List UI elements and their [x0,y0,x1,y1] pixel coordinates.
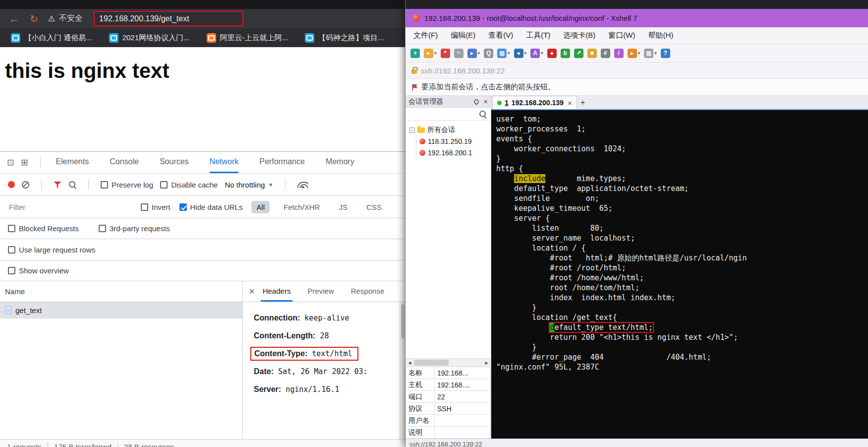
menu-tabs[interactable]: 选项卡(B) [563,31,595,40]
tab-memory[interactable]: Memory [326,152,354,173]
checkbox-unchecked[interactable] [160,181,168,189]
filter-funnel-icon[interactable] [54,182,61,188]
bookmark-item[interactable]: 【码神之路】项目... [305,33,384,43]
request-row-get_text[interactable]: get_text [0,302,242,319]
tab-console[interactable]: Console [110,152,139,173]
transfer-icon[interactable]: ▸▾ [628,49,640,58]
filter-chip-all[interactable]: All [251,201,270,213]
filter-chip-fetch-xhr[interactable]: Fetch/XHR [279,201,325,213]
web-icon[interactable]: ●▾ [514,49,527,58]
filter-chip-css[interactable]: CSS [361,201,387,213]
menu-help[interactable]: 帮助(H) [648,31,673,40]
tab-elements[interactable]: Elements [56,152,89,173]
device-toolbar-icon[interactable]: ⊞ [21,157,28,168]
menu-window[interactable]: 窗口(W) [608,31,635,40]
tab-performance[interactable]: Performance [259,152,305,173]
find-icon[interactable]: Q [484,49,493,58]
tab-response[interactable]: Response [349,281,387,302]
menu-view[interactable]: 查看(V) [488,31,513,40]
inspect-element-icon[interactable]: ⊡ [7,157,14,168]
checkbox-checked[interactable] [179,203,187,211]
collapse-icon[interactable]: − [409,128,415,133]
bookmark-item[interactable]: 【小白入门 通俗易... [11,33,92,43]
terminal-tab[interactable]: 1 192.168.200.139 × [492,96,577,109]
new-session-icon: + [410,49,420,58]
horizontal-scrollbar[interactable]: ◀ ▶ [405,358,491,367]
xshell-addressbar[interactable]: ssh://192.168.200.139:22 [405,63,868,79]
bookmark-item[interactable]: 2021网络协议入门... [109,33,190,43]
back-button[interactable]: ← [9,13,20,24]
checkbox-unchecked[interactable] [101,181,108,189]
help-icon[interactable]: ? [661,49,670,58]
color-scheme-icon: ● [547,49,557,58]
statusbar-text: ssh://192.168.200.139:22 [409,441,482,447]
warning-icon: ⚠ [48,14,55,23]
fullscreen-icon[interactable]: ↗ [574,49,583,58]
open-folder-icon[interactable]: ▸▾ [424,49,437,58]
reload-button[interactable]: ↻ [30,14,38,24]
search-icon[interactable] [68,181,76,189]
filter-input[interactable] [8,202,132,212]
disconnect-icon[interactable]: * [441,49,450,58]
tile-icon[interactable]: ▦▾ [644,49,657,58]
duplicate-session-icon[interactable]: ▸▾ [467,49,480,58]
throttling-select[interactable]: No throttling ▼ [225,181,273,189]
bookmark-item[interactable]: 阿里云-上云就上阿... [207,33,289,43]
tab-preview[interactable]: Preview [305,281,336,302]
record-button[interactable] [8,181,15,188]
scrollbar-thumb[interactable] [401,304,405,339]
tab-headers[interactable]: Headers [261,281,293,302]
menu-file[interactable]: 文件(F) [413,31,438,40]
tab-network[interactable]: Network [210,152,239,173]
session-item-2[interactable]: 192.168.200.1 [416,147,491,158]
close-tab-button[interactable]: × [568,99,572,107]
checkbox-unchecked[interactable] [8,246,15,254]
session-search-box[interactable] [405,108,491,121]
preserve-log-checkbox[interactable]: Preserve log [101,181,153,189]
pin-icon[interactable] [473,98,480,105]
menu-edit[interactable]: 编辑(E) [451,31,475,40]
encoding-icon[interactable]: b [561,49,570,58]
keypad-icon[interactable]: # [601,49,610,58]
terminal[interactable]: user tom;worker_processes 1;events { wor… [491,110,868,439]
new-tab-button[interactable]: + [577,96,589,109]
compose-icon[interactable]: / [614,49,624,58]
scrollbar[interactable] [400,302,405,439]
security-badge[interactable]: ⚠ 不安全 [48,13,83,24]
lock-icon[interactable]: ■ [587,49,597,58]
request-list-header[interactable]: Name [0,281,242,302]
scroll-right-button[interactable]: ▶ [482,361,491,365]
hide-data-urls-checkbox[interactable]: Hide data URLs [179,203,243,211]
close-panel-button[interactable]: × [483,97,488,106]
menu-tools[interactable]: 工具(T) [526,31,550,40]
third-party-checkbox[interactable]: 3rd-party requests [99,224,170,233]
address-bar[interactable]: 192.168.200.139/get_text [94,11,243,26]
close-detail-button[interactable]: × [243,286,261,297]
url-text: 192.168.200.139/get_text [99,14,189,23]
tab-sources[interactable]: Sources [160,152,189,173]
tree-node-all-sessions[interactable]: − 所有会话 [409,126,491,134]
disable-cache-checkbox[interactable]: Disable cache [160,181,218,189]
invert-checkbox[interactable]: Invert [141,203,171,211]
checkbox-unchecked[interactable] [8,267,15,274]
font-icon[interactable]: A▾ [530,49,543,58]
clear-button[interactable] [22,181,29,189]
large-rows-checkbox[interactable]: Use large request rows [8,246,95,254]
layout-icon[interactable]: ▦▾ [497,49,510,58]
show-overview-checkbox[interactable]: Show overview [8,266,69,275]
request-detail-pane: × Headers Preview Response Connection: k… [243,281,405,439]
scrollbar-thumb[interactable] [414,360,449,366]
checkbox-unchecked[interactable] [8,225,15,232]
filter-chip-js[interactable]: JS [334,201,352,213]
open-folder-icon: ▸ [424,49,433,58]
new-session-icon[interactable]: + [410,49,420,58]
color-scheme-icon[interactable]: ● [547,49,557,58]
blocked-requests-checkbox[interactable]: Blocked Requests [8,224,79,233]
scrollbar-track[interactable] [414,359,482,367]
checkbox-unchecked[interactable] [141,203,148,211]
network-conditions-icon[interactable] [297,181,308,188]
session-item-1[interactable]: 118.31.250.19 [416,135,491,147]
reconnect-icon[interactable]: ~ [454,49,463,58]
checkbox-unchecked[interactable] [99,225,106,232]
scroll-left-button[interactable]: ◀ [405,361,414,365]
